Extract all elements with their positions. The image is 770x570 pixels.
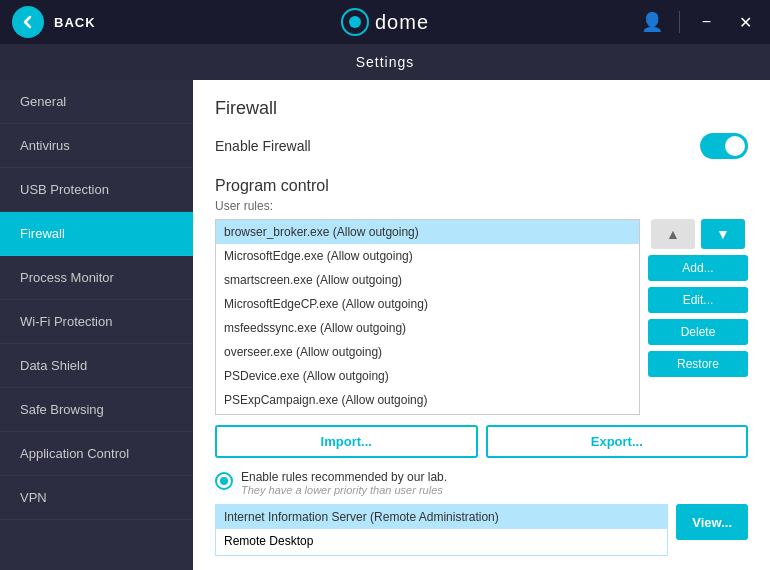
settings-title: Settings: [356, 54, 415, 70]
user-rules-label: User rules:: [215, 199, 748, 213]
sidebar-item-safe-browsing[interactable]: Safe Browsing: [0, 388, 193, 432]
recommended-rules-list[interactable]: Internet Information Server (Remote Admi…: [215, 504, 668, 556]
recommended-list-wrap: Internet Information Server (Remote Admi…: [215, 504, 668, 556]
sidebar-item-firewall[interactable]: Firewall: [0, 212, 193, 256]
sidebar-item-process-monitor[interactable]: Process Monitor: [0, 256, 193, 300]
move-down-button[interactable]: ▼: [701, 219, 745, 249]
recommended-area: Internet Information Server (Remote Admi…: [215, 504, 748, 556]
list-item[interactable]: Remote Desktop: [216, 529, 667, 553]
list-item[interactable]: overseer.exe (Allow outgoing): [216, 340, 639, 364]
export-button[interactable]: Export...: [486, 425, 749, 458]
lab-rules-sub-text: They have a lower priority than user rul…: [241, 484, 447, 496]
user-icon[interactable]: 👤: [641, 11, 663, 33]
enable-firewall-toggle[interactable]: [700, 133, 748, 159]
import-export-row: Import... Export...: [215, 425, 748, 458]
sidebar-item-vpn[interactable]: VPN: [0, 476, 193, 520]
sidebar-item-wifi-protection[interactable]: Wi-Fi Protection: [0, 300, 193, 344]
delete-button[interactable]: Delete: [648, 319, 748, 345]
list-item[interactable]: OneDrive.exe (Allow outgoing): [216, 412, 639, 415]
rules-area: browser_broker.exe (Allow outgoing)Micro…: [215, 219, 748, 415]
back-label: BACK: [54, 15, 96, 30]
sidebar-item-data-shield[interactable]: Data Shield: [0, 344, 193, 388]
rules-buttons: ▲ ▼ Add... Edit... Delete Restore: [648, 219, 748, 415]
lab-rules-main-text: Enable rules recommended by our lab.: [241, 470, 447, 484]
logo-text: dome: [375, 11, 429, 34]
user-rules-list[interactable]: browser_broker.exe (Allow outgoing)Micro…: [215, 219, 640, 415]
enable-firewall-label: Enable Firewall: [215, 138, 311, 154]
main-layout: GeneralAntivirusUSB ProtectionFirewallPr…: [0, 80, 770, 570]
minimize-button[interactable]: −: [696, 11, 717, 33]
lab-rules-text: Enable rules recommended by our lab. The…: [241, 470, 447, 496]
sidebar-item-general[interactable]: General: [0, 80, 193, 124]
close-button[interactable]: ✕: [733, 11, 758, 34]
enable-firewall-row: Enable Firewall: [215, 133, 748, 159]
list-item[interactable]: MicrosoftEdge.exe (Allow outgoing): [216, 244, 639, 268]
restore-button[interactable]: Restore: [648, 351, 748, 377]
list-item[interactable]: PSDevice.exe (Allow outgoing): [216, 364, 639, 388]
program-control-title: Program control: [215, 177, 748, 195]
logo-icon: [341, 8, 369, 36]
list-item[interactable]: PSExpCampaign.exe (Allow outgoing): [216, 388, 639, 412]
title-bar: BACK dome 👤 − ✕: [0, 0, 770, 44]
arrow-row: ▲ ▼: [648, 219, 748, 249]
list-item[interactable]: browser_broker.exe (Allow outgoing): [216, 220, 639, 244]
lab-rules-radio[interactable]: [215, 472, 233, 490]
list-item[interactable]: msfeedssync.exe (Allow outgoing): [216, 316, 639, 340]
section-title: Firewall: [215, 98, 748, 119]
add-button[interactable]: Add...: [648, 255, 748, 281]
edit-button[interactable]: Edit...: [648, 287, 748, 313]
logo: dome: [341, 8, 429, 36]
import-button[interactable]: Import...: [215, 425, 478, 458]
settings-header: Settings: [0, 44, 770, 80]
list-item[interactable]: smartscreen.exe (Allow outgoing): [216, 268, 639, 292]
sidebar-item-application-control[interactable]: Application Control: [0, 432, 193, 476]
sidebar-item-usb-protection[interactable]: USB Protection: [0, 168, 193, 212]
back-button[interactable]: [12, 6, 44, 38]
title-bar-left: BACK: [12, 6, 96, 38]
title-bar-right: 👤 − ✕: [641, 11, 758, 34]
svg-point-1: [349, 16, 361, 28]
move-up-button[interactable]: ▲: [651, 219, 695, 249]
sidebar: GeneralAntivirusUSB ProtectionFirewallPr…: [0, 80, 193, 570]
content-area: Firewall Enable Firewall Program control…: [193, 80, 770, 570]
lab-rules-row: Enable rules recommended by our lab. The…: [215, 470, 748, 496]
sidebar-item-antivirus[interactable]: Antivirus: [0, 124, 193, 168]
list-item[interactable]: Internet Information Server (Remote Admi…: [216, 505, 667, 529]
list-item[interactable]: MicrosoftEdgeCP.exe (Allow outgoing): [216, 292, 639, 316]
view-button[interactable]: View...: [676, 504, 748, 540]
